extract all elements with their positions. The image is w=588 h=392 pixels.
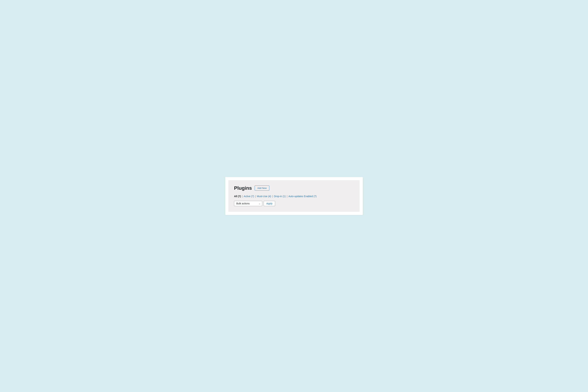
filter-mustuse-label: Must-Use xyxy=(257,195,267,198)
filter-link-active: Active (7) xyxy=(244,195,254,198)
separator-4: | xyxy=(287,195,288,198)
filter-autoupdates-count: (7) xyxy=(313,195,316,198)
filter-mustuse-count: (4) xyxy=(268,195,271,198)
separator-3: | xyxy=(272,195,273,198)
filter-dropin-label: Drop-in xyxy=(274,195,282,198)
filter-link-autoupdates: Auto-updates Enabled (7) xyxy=(288,195,316,198)
filter-all-link[interactable]: All (7) xyxy=(234,195,241,198)
separator-1: | xyxy=(242,195,243,198)
bulk-actions-select-wrapper: Bulk actions ⌄ xyxy=(234,201,262,206)
filter-dropin-link[interactable]: Drop-in (1) xyxy=(274,195,286,198)
filter-autoupdates-link[interactable]: Auto-updates Enabled (7) xyxy=(288,195,316,198)
filter-link-mustuse: Must-Use (4) xyxy=(257,195,271,198)
filter-autoupdates-label: Auto-updates Enabled xyxy=(288,195,313,198)
separator-2: | xyxy=(255,195,256,198)
filter-all-label: All xyxy=(234,195,237,198)
apply-button[interactable]: Apply xyxy=(264,201,275,206)
filter-all-count: (7) xyxy=(238,195,241,198)
filter-active-link[interactable]: Active (7) xyxy=(244,195,254,198)
inner-panel: Plugins Add New All (7) | Active (7) | xyxy=(228,180,360,212)
filter-active-count: (7) xyxy=(251,195,254,198)
bulk-actions-row: Bulk actions ⌄ Apply xyxy=(234,201,354,206)
add-new-button[interactable]: Add New xyxy=(255,186,269,190)
outer-card: Plugins Add New All (7) | Active (7) | xyxy=(225,177,363,215)
filter-link-dropin: Drop-in (1) xyxy=(274,195,286,198)
filter-active-label: Active xyxy=(244,195,251,198)
page-title-row: Plugins Add New xyxy=(234,185,354,191)
page-title: Plugins xyxy=(234,185,252,191)
bulk-actions-select[interactable]: Bulk actions xyxy=(234,201,262,206)
filter-dropin-count: (1) xyxy=(283,195,286,198)
filter-links: All (7) | Active (7) | Must-Use (4) | xyxy=(234,195,354,198)
filter-link-all: All (7) xyxy=(234,195,241,198)
filter-mustuse-link[interactable]: Must-Use (4) xyxy=(257,195,271,198)
